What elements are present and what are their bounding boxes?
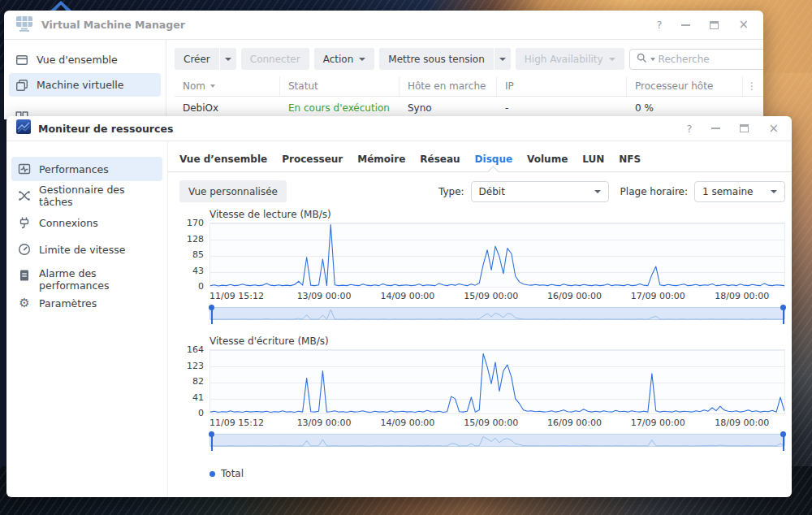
sidebar-item-connexions[interactable]: Connexions: [11, 210, 162, 235]
read-speed-chart: Vitesse de lecture (MB/s) 17012885430 11…: [209, 209, 785, 320]
maximize-button[interactable]: [740, 124, 749, 132]
tab-processeur[interactable]: Processeur: [282, 154, 343, 167]
tab-volume[interactable]: Volume: [527, 154, 568, 167]
settings-icon: ⚙: [18, 296, 31, 309]
type-select[interactable]: Débit: [471, 181, 609, 202]
tab-reseau[interactable]: Réseau: [420, 154, 460, 167]
sidebar-item-parametres[interactable]: ⚙ Paramètres: [11, 291, 162, 315]
cell-ip: -: [497, 102, 627, 114]
chevron-down-icon: [225, 58, 231, 61]
connections-icon: [18, 216, 31, 229]
time-range-select[interactable]: 1 semaine: [694, 181, 785, 202]
chevron-down-icon: [609, 58, 615, 61]
sidebar-item-label: Limite de vitesse: [39, 244, 125, 256]
chart-controls: Vue personnalisée Type: Débit Plage hora…: [179, 180, 785, 202]
minimize-button[interactable]: [681, 24, 690, 26]
resource-monitor-window: Moniteur de ressources ? × Performances: [6, 116, 792, 497]
power-dropdown-button[interactable]: [495, 48, 511, 70]
rm-app-icon: [16, 119, 31, 137]
speed-limit-icon: [18, 243, 31, 256]
search-box[interactable]: [629, 49, 763, 70]
chart-legend[interactable]: Total: [209, 468, 792, 479]
maximize-button[interactable]: [710, 21, 719, 29]
high-availability-button[interactable]: High Availability: [516, 48, 624, 70]
sidebar-item-label: Vue d'ensemble: [37, 54, 118, 66]
sidebar-item-gestionnaire-taches[interactable]: Gestionnaire des tâches: [11, 184, 162, 208]
chart-title: Vitesse d'écriture (MB/s): [209, 335, 785, 347]
tab-vue-densemble[interactable]: Vue d’ensemble: [179, 154, 267, 167]
slider-handle-left[interactable]: [209, 305, 214, 324]
range-label: Plage horaire:: [620, 186, 688, 197]
sidebar-item-label: Gestionnaire des tâches: [39, 184, 156, 208]
create-dropdown-button[interactable]: [220, 48, 236, 70]
sidebar-item-vue-densemble[interactable]: Vue d'ensemble: [9, 48, 161, 71]
custom-view-button[interactable]: Vue personnalisée: [179, 180, 287, 202]
create-button[interactable]: Créer: [175, 48, 219, 70]
column-header-nom[interactable]: Nom: [175, 76, 280, 96]
slider-handle-right[interactable]: [780, 431, 786, 451]
slider-handle-right[interactable]: [780, 305, 786, 324]
rm-titlebar: Moniteur de ressources ? ×: [6, 116, 792, 141]
tab-disque[interactable]: Disque: [475, 154, 513, 167]
performance-icon: [18, 162, 31, 175]
help-button[interactable]: ?: [687, 123, 693, 134]
rm-sidebar: Performances Gestionnaire des tâches: [6, 141, 168, 496]
sidebar-item-limite-vitesse[interactable]: Limite de vitesse: [11, 237, 162, 262]
power-on-button[interactable]: Mettre sous tension: [379, 48, 494, 70]
chevron-down-icon: [771, 190, 777, 193]
active-tab-notch: [488, 166, 499, 176]
minimize-button[interactable]: [711, 128, 720, 129]
close-button[interactable]: ×: [768, 123, 779, 135]
cell-nom: DebiOx: [175, 102, 280, 114]
tab-lun[interactable]: LUN: [582, 154, 604, 167]
help-button[interactable]: ?: [657, 19, 663, 30]
cell-hote: Syno: [400, 102, 497, 114]
tab-nfs[interactable]: NFS: [619, 154, 641, 167]
vmm-window: Virtual Machine Manager ? × Vue d'ensemb…: [4, 11, 763, 119]
column-header-hote[interactable]: Hôte en marche: [400, 76, 497, 96]
time-range-slider[interactable]: [209, 307, 785, 320]
sort-caret-icon: [210, 84, 215, 88]
sidebar-item-machine-virtuelle[interactable]: Machine virtuelle: [9, 73, 161, 97]
rm-window-title: Moniteur de ressources: [38, 123, 173, 135]
sidebar-item-performances[interactable]: Performances: [11, 157, 162, 181]
vmm-window-title: Virtual Machine Manager: [41, 19, 185, 31]
search-filter-caret-icon[interactable]: [650, 58, 655, 61]
sidebar-item-label: Alarme des performances: [39, 268, 156, 292]
column-settings-button[interactable]: ⋮: [743, 76, 761, 96]
search-input[interactable]: [659, 54, 763, 65]
action-button[interactable]: Action: [314, 48, 375, 70]
chevron-down-icon: [499, 58, 506, 61]
sidebar-item-alarme-performances[interactable]: Alarme des performances: [11, 264, 162, 288]
x-axis-labels: 11/09 15:1213/09 00:0014/09 00:0015/09 0…: [209, 291, 785, 303]
sidebar-item-label: Paramètres: [39, 297, 97, 309]
task-manager-icon: [18, 189, 31, 202]
column-header-ip[interactable]: IP: [497, 76, 627, 96]
tabs-divider: [168, 171, 792, 172]
cell-cpu: 0 %: [627, 102, 743, 114]
column-header-cpu[interactable]: Processeur hôte: [627, 76, 743, 96]
table-row[interactable]: DebiOx En cours d'exécution Syno - 0 %: [175, 97, 763, 119]
type-label: Type:: [438, 186, 464, 197]
vm-icon: [15, 79, 28, 92]
chart-plot-area: 16412382410: [209, 349, 785, 414]
x-axis-labels: 11/09 15:1213/09 00:0014/09 00:0015/09 0…: [209, 418, 785, 430]
sidebar-item-label: Performances: [39, 163, 109, 175]
time-range-slider[interactable]: [209, 434, 785, 447]
sidebar-item-label: Machine virtuelle: [37, 79, 123, 91]
write-speed-chart: Vitesse d'écriture (MB/s) 16412382410 11…: [209, 335, 785, 447]
rm-tabs: Vue d’ensemble Processeur Mémoire Réseau…: [179, 154, 792, 167]
sidebar-item-label: Connexions: [39, 217, 98, 229]
connect-button[interactable]: Connecter: [241, 48, 309, 70]
performance-alarm-icon: [18, 269, 31, 282]
close-button[interactable]: ×: [738, 19, 749, 31]
vmm-app-icon: [15, 15, 33, 35]
legend-dot-icon: [209, 471, 215, 477]
chart-title: Vitesse de lecture (MB/s): [209, 209, 785, 220]
column-header-statut[interactable]: Statut: [280, 76, 400, 96]
slider-handle-left[interactable]: [209, 431, 214, 451]
chart-plot-area: 17012885430: [209, 223, 785, 288]
vmm-toolbar: Créer Connecter Action Mettre sous tensi…: [175, 48, 763, 70]
legend-label: Total: [221, 468, 244, 479]
tab-memoire[interactable]: Mémoire: [357, 154, 405, 167]
